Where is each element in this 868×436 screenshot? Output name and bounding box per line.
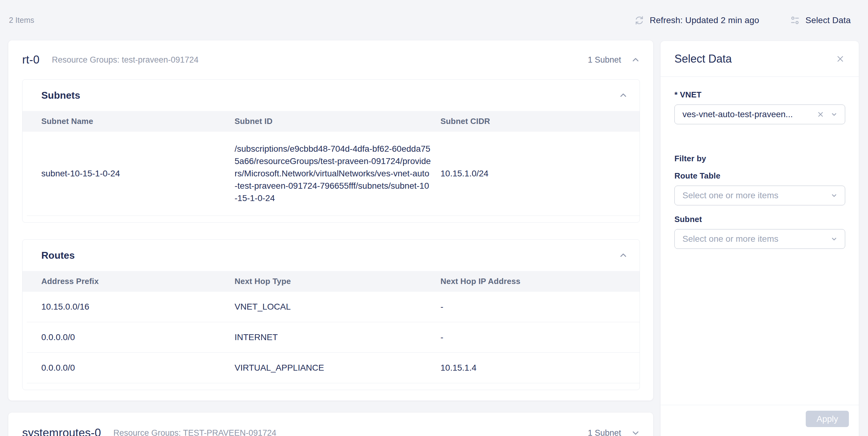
subnet-cidr-cell: 10.15.1.0/24 <box>440 168 627 180</box>
vnet-select-value: ves-vnet-auto-test-praveen... <box>682 110 816 119</box>
next-hop-ip-cell: - <box>440 331 627 344</box>
collapse-card-button[interactable] <box>630 55 641 65</box>
table-row: 0.0.0.0/0 INTERNET - <box>27 322 640 353</box>
route-table-select[interactable]: Select one or more items <box>675 185 845 205</box>
address-prefix-cell: 0.0.0.0/0 <box>41 331 235 344</box>
topbar: 2 Items Refresh: Updated 2 min ago <box>0 0 868 40</box>
close-panel-button[interactable] <box>835 54 845 64</box>
collapse-subnets-button[interactable] <box>618 90 628 100</box>
next-hop-type-cell: VNET_LOCAL <box>235 301 440 313</box>
routes-section: Routes Address Prefix Next Hop Type <box>22 239 640 390</box>
vnet-label: * VNET <box>675 90 845 99</box>
collapse-routes-button[interactable] <box>618 250 628 261</box>
next-hop-ip-cell: 10.15.1.4 <box>440 362 627 374</box>
route-table-list: rt-0 Resource Groups: test-praveen-09172… <box>8 40 653 436</box>
filter-by-label: Filter by <box>675 154 845 164</box>
close-icon <box>835 54 845 64</box>
expand-card-button[interactable] <box>630 428 641 436</box>
column-header-next-hop-type: Next Hop Type <box>235 277 440 286</box>
column-header-subnet-cidr: Subnet CIDR <box>440 117 627 126</box>
subnet-count-badge: 1 Subnet <box>588 55 621 65</box>
table-row: 0.0.0.0/0 VIRTUAL_APPLIANCE 10.15.1.4 <box>27 353 640 383</box>
clear-vnet-button[interactable] <box>816 110 825 119</box>
routes-section-header: Routes <box>23 240 640 271</box>
panel-body: * VNET ves-vnet-auto-test-praveen... <box>660 77 859 249</box>
card-title: systemroutes-0 <box>22 427 101 436</box>
chevron-down-icon <box>830 191 839 200</box>
column-header-next-hop-ip: Next Hop IP Address <box>440 277 627 286</box>
card-subtitle: Resource Groups: TEST-PRAVEEN-091724 <box>114 428 588 436</box>
refresh-button[interactable]: Refresh: Updated 2 min ago <box>634 15 759 26</box>
address-prefix-cell: 0.0.0.0/0 <box>41 362 235 374</box>
apply-button[interactable]: Apply <box>806 411 849 427</box>
route-table-card-systemroutes-0: systemroutes-0 Resource Groups: TEST-PRA… <box>8 413 653 436</box>
address-prefix-cell: 10.15.0.0/16 <box>41 301 235 313</box>
vnet-select[interactable]: ves-vnet-auto-test-praveen... <box>675 105 845 124</box>
route-table-select-placeholder: Select one or more items <box>682 191 830 200</box>
main-layout: rt-0 Resource Groups: test-praveen-09172… <box>0 40 868 436</box>
select-data-button[interactable]: Select Data <box>789 15 851 26</box>
subnet-name-cell: subnet-10-15-1-0-24 <box>41 168 235 180</box>
subnets-section: Subnets Subnet Name Subnet ID Sub <box>22 79 640 223</box>
routes-table-header-row: Address Prefix Next Hop Type Next Hop IP… <box>23 271 640 292</box>
subnets-section-header: Subnets <box>23 80 640 111</box>
subnet-select[interactable]: Select one or more items <box>675 229 845 249</box>
table-row: 10.15.0.0/16 VNET_LOCAL - <box>27 292 640 322</box>
refresh-icon <box>634 15 645 26</box>
next-hop-type-cell: INTERNET <box>235 331 440 344</box>
topbar-actions: Refresh: Updated 2 min ago Select Data <box>634 15 851 26</box>
chevron-up-icon <box>618 90 628 100</box>
chevron-down-icon <box>630 428 641 436</box>
panel-footer: Apply <box>660 405 859 427</box>
subnet-id-cell: /subscriptions/e9cbbd48-704d-4dfa-bf62-6… <box>235 143 440 204</box>
next-hop-ip-cell: - <box>440 301 627 313</box>
column-header-address-prefix: Address Prefix <box>41 277 235 286</box>
subnet-label: Subnet <box>675 214 845 224</box>
column-header-subnet-id: Subnet ID <box>235 117 440 126</box>
routes-section-title: Routes <box>41 250 74 261</box>
select-data-label: Select Data <box>805 16 851 25</box>
subnets-section-title: Subnets <box>41 90 80 101</box>
chevron-down-icon <box>830 234 839 243</box>
card-subtitle: Resource Groups: test-praveen-091724 <box>52 55 588 65</box>
items-count: 2 Items <box>9 16 34 25</box>
subnets-table-header-row: Subnet Name Subnet ID Subnet CIDR <box>23 111 640 132</box>
next-hop-type-cell: VIRTUAL_APPLIANCE <box>235 362 440 374</box>
chevron-up-icon <box>618 250 628 261</box>
route-table-card-rt-0: rt-0 Resource Groups: test-praveen-09172… <box>8 40 653 401</box>
refresh-label: Refresh: Updated 2 min ago <box>650 16 759 25</box>
route-table-label: Route Table <box>675 171 845 181</box>
select-data-panel: Select Data * VNET ves-vnet-auto-test-pr… <box>660 41 859 436</box>
card-title: rt-0 <box>22 53 39 66</box>
subnet-count-badge: 1 Subnet <box>588 428 621 436</box>
page: 2 Items Refresh: Updated 2 min ago <box>0 0 868 436</box>
clear-x-icon <box>816 110 825 119</box>
card-header: systemroutes-0 Resource Groups: TEST-PRA… <box>8 413 653 436</box>
table-row: subnet-10-15-1-0-24 /subscriptions/e9cbb… <box>23 132 640 215</box>
panel-title: Select Data <box>675 52 732 65</box>
panel-header: Select Data <box>660 41 859 77</box>
column-header-subnet-name: Subnet Name <box>41 117 235 126</box>
chevron-down-icon <box>830 110 839 119</box>
sliders-icon <box>789 15 801 26</box>
subnet-select-placeholder: Select one or more items <box>682 234 830 244</box>
card-header: rt-0 Resource Groups: test-praveen-09172… <box>8 40 653 79</box>
chevron-up-icon <box>630 55 641 65</box>
